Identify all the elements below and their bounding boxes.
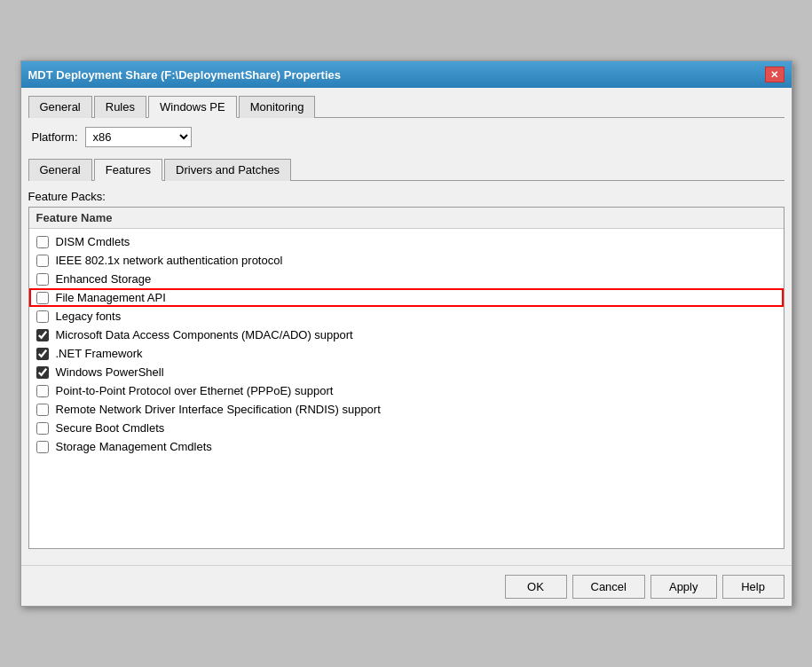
feature-item[interactable]: Legacy fonts [29,307,784,326]
feature-label: Point-to-Point Protocol over Ethernet (P… [56,384,334,397]
inner-tab-features[interactable]: Features [94,159,162,181]
platform-row: Platform: x86x64 [28,125,784,149]
feature-checkbox[interactable] [36,329,49,341]
feature-checkbox[interactable] [36,441,49,453]
inner-tab-bar: GeneralFeaturesDrivers and Patches [28,158,784,181]
section-label: Feature Packs: [28,190,784,203]
feature-checkbox[interactable] [36,366,49,379]
outer-tab-windows-pe[interactable]: Windows PE [148,96,237,118]
feature-list: DISM CmdletsIEEE 802.1x network authenti… [29,229,784,548]
platform-label: Platform: [32,130,78,144]
feature-label: .NET Framework [56,347,143,360]
feature-label: Enhanced Storage [56,272,152,286]
feature-label: Microsoft Data Access Components (MDAC/A… [56,328,353,341]
feature-checkbox[interactable] [36,273,49,286]
feature-item[interactable]: Microsoft Data Access Components (MDAC/A… [29,326,784,344]
feature-label: DISM Cmdlets [56,235,130,248]
feature-checkbox[interactable] [36,236,49,248]
help-button[interactable]: Help [722,575,784,599]
feature-label: IEEE 802.1x network authentication proto… [56,254,283,267]
platform-select[interactable]: x86x64 [85,127,192,147]
column-header: Feature Name [29,208,784,229]
titlebar-text: MDT Deployment Share (F:\DeploymentShare… [28,68,342,82]
outer-tab-rules[interactable]: Rules [94,96,146,118]
feature-label: Legacy fonts [56,310,122,323]
feature-item[interactable]: Point-to-Point Protocol over Ethernet (P… [29,381,784,400]
feature-label: Windows PowerShell [56,365,164,379]
apply-button[interactable]: Apply [650,575,717,599]
feature-checkbox[interactable] [36,292,49,304]
close-button[interactable]: ✕ [765,67,784,82]
feature-checkbox[interactable] [36,255,49,267]
properties-dialog: MDT Deployment Share (F:\DeploymentShare… [20,60,792,607]
feature-label: File Management API [56,291,166,304]
feature-item[interactable]: Enhanced Storage [29,270,784,288]
dialog-buttons: OK Cancel Apply Help [21,565,792,606]
feature-label: Secure Boot Cmdlets [56,421,165,435]
cancel-button[interactable]: Cancel [572,575,645,599]
feature-table: Feature Name DISM CmdletsIEEE 802.1x net… [28,207,784,549]
feature-checkbox[interactable] [36,310,49,323]
feature-label: Remote Network Driver Interface Specific… [56,403,381,416]
inner-tab-general[interactable]: General [28,159,92,181]
feature-checkbox[interactable] [36,348,49,360]
titlebar: MDT Deployment Share (F:\DeploymentShare… [21,61,792,88]
feature-checkbox[interactable] [36,422,49,435]
dialog-content: GeneralRulesWindows PEMonitoring Platfor… [21,88,792,565]
feature-item[interactable]: Secure Boot Cmdlets [29,419,784,437]
feature-checkbox[interactable] [36,404,49,416]
feature-item[interactable]: Windows PowerShell [29,363,784,381]
outer-tab-general[interactable]: General [28,96,92,118]
feature-item[interactable]: DISM Cmdlets [29,232,784,251]
feature-checkbox[interactable] [36,385,49,397]
feature-item[interactable]: Storage Management Cmdlets [29,437,784,456]
feature-item[interactable]: .NET Framework [29,344,784,363]
outer-tab-monitoring[interactable]: Monitoring [239,96,316,118]
inner-tab-drivers-and-patches[interactable]: Drivers and Patches [164,159,291,181]
feature-item[interactable]: Remote Network Driver Interface Specific… [29,400,784,419]
feature-item[interactable]: File Management API [29,288,784,307]
feature-label: Storage Management Cmdlets [56,440,212,453]
ok-button[interactable]: OK [505,575,567,599]
outer-tab-bar: GeneralRulesWindows PEMonitoring [28,95,784,118]
feature-item[interactable]: IEEE 802.1x network authentication proto… [29,251,784,270]
